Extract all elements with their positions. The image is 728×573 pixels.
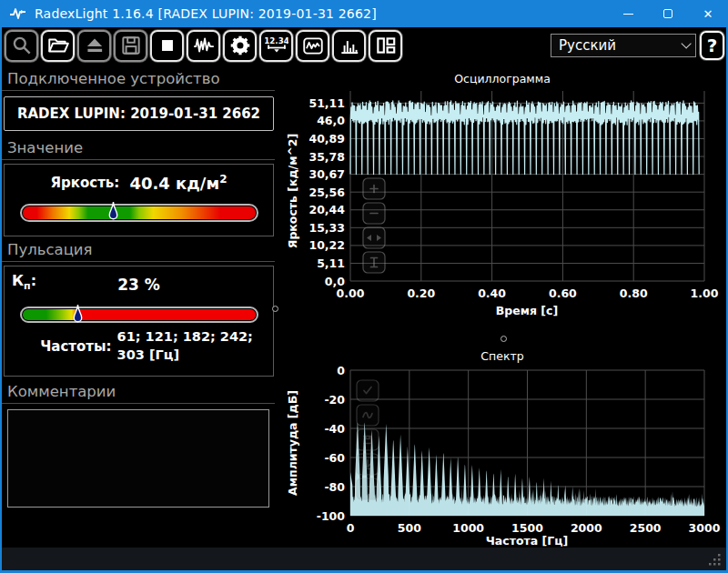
oscillogram-ylabel: Яркость [кд/м^2] bbox=[286, 134, 299, 249]
chart-tool-minus-button[interactable] bbox=[363, 203, 385, 224]
y-tick-label: -40 bbox=[324, 422, 345, 436]
chart-tool-download-button[interactable] bbox=[357, 454, 379, 475]
y-tick-label: 30,67 bbox=[308, 167, 345, 181]
y-tick-label: 40,89 bbox=[308, 132, 345, 146]
chart-view-icon bbox=[301, 34, 325, 57]
minimize-button[interactable] bbox=[608, 0, 648, 27]
comments-input[interactable] bbox=[7, 409, 269, 508]
chart-tool-savebox-button[interactable] bbox=[357, 429, 379, 450]
toolbar-buttons: 12.34 bbox=[5, 30, 405, 62]
chart-tool-check-button[interactable] bbox=[357, 380, 379, 401]
layout-button[interactable] bbox=[369, 30, 402, 62]
maximize-button[interactable] bbox=[648, 0, 688, 27]
kp-scale-bar bbox=[20, 307, 258, 323]
x-tick-label: 0.60 bbox=[549, 286, 577, 300]
oscillogram-toolbar bbox=[363, 178, 385, 273]
chart-tool-fit-button[interactable] bbox=[363, 227, 385, 248]
x-tick-label: 0.00 bbox=[337, 286, 365, 300]
save-icon bbox=[119, 34, 143, 57]
status-bar bbox=[2, 548, 726, 570]
y-tick-label: 10,22 bbox=[308, 238, 345, 252]
brightness-readout: Яркость: 40.4 кд/м2 bbox=[5, 165, 273, 193]
device-name: RADEX LUPIN: 2019-01-31 2662 bbox=[17, 106, 260, 122]
x-tick-label: 1.00 bbox=[691, 286, 719, 300]
chart-view-button[interactable] bbox=[296, 30, 329, 62]
stop-button[interactable] bbox=[150, 30, 184, 62]
y-tick-label: 51,11 bbox=[308, 96, 345, 110]
numeric-display-button[interactable]: 12.34 bbox=[259, 30, 293, 62]
chevron-down-icon bbox=[681, 38, 691, 48]
device-section-header: Подключенное устройство bbox=[2, 67, 275, 91]
settings-icon bbox=[228, 34, 252, 57]
help-label: ? bbox=[707, 35, 718, 56]
splitter-handle-left[interactable] bbox=[272, 306, 278, 312]
window-title: RadexLight 1.16.4 [RADEX LUPIN: 2019-01-… bbox=[35, 6, 377, 21]
spectrum-toolbar bbox=[357, 380, 379, 499]
splitter-handle-charts[interactable] bbox=[500, 336, 507, 342]
kp-value: 23 % bbox=[5, 266, 273, 294]
spectrum-ylabel: Амплитуда [дБ] bbox=[286, 390, 299, 496]
open-icon bbox=[46, 34, 70, 57]
x-tick-label: 1500 bbox=[511, 521, 543, 535]
x-tick-label: 2000 bbox=[571, 521, 602, 535]
save-button[interactable] bbox=[114, 30, 147, 62]
frequencies-row: Частоты: 61; 121; 182; 242; 303 [Гц] bbox=[5, 328, 273, 364]
spectrum-xlabel: Частота [Гц] bbox=[486, 534, 568, 548]
x-tick-label: 0.20 bbox=[407, 286, 435, 300]
x-tick-label: 0 bbox=[347, 521, 355, 535]
zoom-icon bbox=[10, 34, 34, 57]
oscillogram-icon bbox=[192, 34, 216, 57]
frequencies-label: Частоты: bbox=[5, 338, 117, 355]
language-select[interactable]: Русский bbox=[551, 34, 696, 57]
oscillogram-chart[interactable]: Осциллограмма 0.000.200.400.600.801.0051… bbox=[284, 69, 728, 336]
pulsation-section-header: Пульсация bbox=[2, 238, 275, 262]
y-tick-label: 46,0 bbox=[317, 114, 345, 127]
y-tick-label: 0 bbox=[337, 364, 345, 377]
spectrum-chart[interactable]: Спектр 0500100015002000250030000-20-40-6… bbox=[284, 348, 728, 550]
x-tick-label: 0.80 bbox=[620, 286, 648, 300]
y-tick-label: 5,11 bbox=[317, 256, 345, 270]
toolbar: 12.34 Русский ? bbox=[2, 27, 726, 64]
chart-tool-dots-button[interactable] bbox=[357, 478, 379, 499]
y-tick-label: -60 bbox=[324, 451, 345, 465]
oscillogram-title: Осциллограмма bbox=[454, 72, 551, 85]
eject-icon bbox=[83, 34, 106, 57]
open-button[interactable] bbox=[41, 30, 75, 62]
oscillogram-button[interactable] bbox=[187, 30, 220, 62]
zoom-button[interactable] bbox=[5, 30, 38, 62]
comments-section-header: Комментарии bbox=[2, 380, 275, 404]
chart-tool-ibeam-button[interactable] bbox=[363, 252, 385, 273]
eject-button[interactable] bbox=[77, 30, 111, 62]
close-button[interactable]: ✕ bbox=[688, 0, 728, 27]
spectrum-gridlines bbox=[350, 370, 704, 516]
spectrum-icon bbox=[338, 34, 361, 57]
y-tick-label: 0,0 bbox=[325, 275, 345, 288]
brightness-marker-icon bbox=[108, 201, 118, 223]
settings-button[interactable] bbox=[223, 30, 257, 62]
x-tick-label: 2500 bbox=[630, 521, 662, 535]
chart-tool-plus-button[interactable] bbox=[363, 178, 385, 199]
oscillogram-xlabel: Время [с] bbox=[496, 304, 558, 317]
y-tick-label: 35,78 bbox=[308, 150, 345, 164]
x-tick-label: 0.40 bbox=[478, 286, 506, 300]
brightness-value: 40.4 кд/м2 bbox=[129, 174, 227, 193]
x-tick-label: 3000 bbox=[689, 521, 721, 535]
y-tick-label: -80 bbox=[324, 480, 345, 494]
brightness-scale-bar bbox=[20, 204, 258, 222]
chart-tool-curve-button[interactable] bbox=[357, 405, 379, 426]
help-button[interactable]: ? bbox=[700, 31, 724, 60]
layout-icon bbox=[374, 34, 398, 57]
y-tick-label: 25,56 bbox=[308, 186, 345, 199]
x-tick-label: 1000 bbox=[452, 521, 484, 535]
y-tick-label: -100 bbox=[317, 509, 346, 523]
title-bar: RadexLight 1.16.4 [RADEX LUPIN: 2019-01-… bbox=[0, 0, 728, 27]
brightness-panel: Яркость: 40.4 кд/м2 bbox=[4, 164, 274, 236]
y-tick-label: 15,33 bbox=[308, 221, 345, 235]
minimize-icon bbox=[623, 14, 633, 15]
oscillogram-waveform bbox=[350, 101, 699, 175]
resize-grip[interactable] bbox=[709, 554, 722, 567]
spectrum-button[interactable] bbox=[332, 30, 366, 62]
svg-text:12.34: 12.34 bbox=[265, 36, 288, 45]
kp-marker-icon bbox=[73, 304, 83, 326]
language-select-value: Русский bbox=[559, 37, 616, 54]
